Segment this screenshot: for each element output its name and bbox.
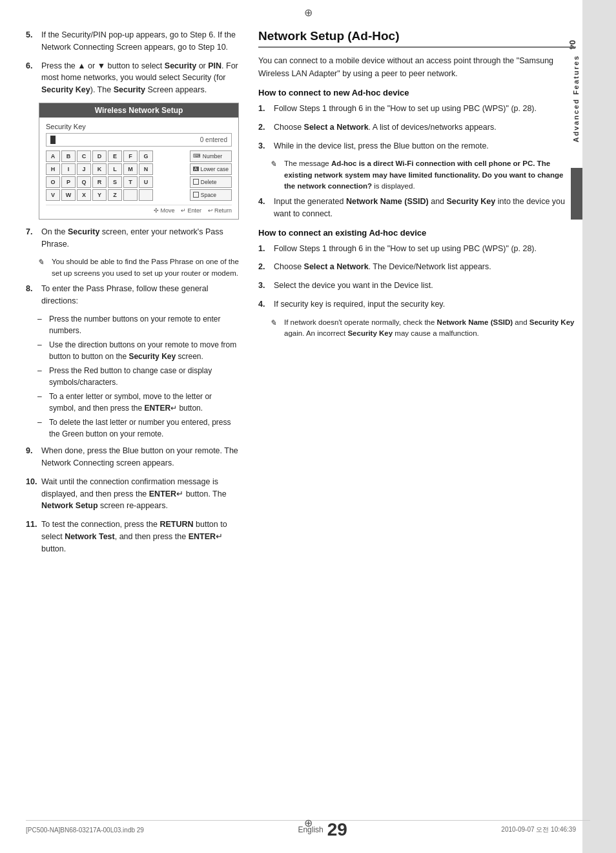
sub-item-2: – Use the direction buttons on your remo… <box>37 339 239 362</box>
key-D[interactable]: D <box>92 150 107 162</box>
step-7: 7. On the Security screen, enter your ne… <box>26 226 239 251</box>
right2-step-4: 4. If security key is required, input th… <box>258 298 576 311</box>
lowercase-button[interactable]: A Lower case <box>190 163 232 175</box>
key-R[interactable]: R <box>92 176 107 188</box>
nav-move: ✣ Move <box>154 207 174 214</box>
right2-step-2: 2. Choose Select a Network. The Device/N… <box>258 261 576 273</box>
delete-button[interactable]: Delete <box>190 176 232 188</box>
cursor-block <box>50 136 56 144</box>
right-column: Network Setup (Ad-Hoc) You can connect t… <box>258 29 576 561</box>
step-7-note: ✎ You should be able to find the Pass Ph… <box>37 256 239 279</box>
subsection-1-title: How to connect to new Ad-hoc device <box>258 88 576 98</box>
key-M[interactable]: M <box>123 163 138 175</box>
key-T[interactable]: T <box>123 176 138 188</box>
subsection-1-note-text: The message Ad-hoc is a direct Wi-Fi con… <box>284 158 576 192</box>
section-title: Network Setup (Ad-Hoc) <box>258 29 576 48</box>
key-Q[interactable]: Q <box>77 176 91 188</box>
key-Z[interactable]: Z <box>108 189 122 201</box>
key-I[interactable]: I <box>61 163 76 175</box>
sidebar-strip <box>582 0 616 853</box>
sub-dash-3: – <box>37 365 45 388</box>
key-blank-2 <box>139 189 153 201</box>
key-U[interactable]: U <box>139 176 153 188</box>
step-10-text: Wait until the connection confirmation m… <box>41 476 239 512</box>
key-H[interactable]: H <box>46 163 60 175</box>
step-7-note-text: You should be able to find the Pass Phra… <box>52 256 239 279</box>
key-B[interactable]: B <box>61 150 76 162</box>
subsection-1-note: ✎ The message Ad-hoc is a direct Wi-Fi c… <box>270 158 576 192</box>
step-10-number: 10. <box>26 476 37 512</box>
wireless-box-title: Wireless Network Setup <box>39 103 238 118</box>
right-step-1-num: 1. <box>258 103 270 115</box>
nav-enter: ↵ Enter <box>181 207 201 214</box>
key-A[interactable]: A <box>46 150 60 162</box>
delete-btn-label: Delete <box>201 179 217 185</box>
key-input-row: 0 entered <box>46 133 232 147</box>
right2-step-1: 1. Follow Steps 1 through 6 in the "How … <box>258 243 576 255</box>
sub-dash-4: – <box>37 391 45 414</box>
number-button[interactable]: ⌨ Number <box>190 150 232 162</box>
subsection-2-note-text: If network doesn't operate normally, che… <box>284 317 576 340</box>
key-X[interactable]: X <box>77 189 91 201</box>
left-column: 5. If the Security/PIN pop-up appears, g… <box>26 29 239 561</box>
key-V[interactable]: V <box>46 189 60 201</box>
subsection-2-note: ✎ If network doesn't operate normally, c… <box>270 317 576 340</box>
key-E[interactable]: E <box>108 150 122 162</box>
right2-step-2-num: 2. <box>258 261 270 273</box>
intro-text: You can connect to a mobile device witho… <box>258 54 576 80</box>
page-number-area: English 29 <box>298 819 347 840</box>
key-K[interactable]: K <box>92 163 107 175</box>
sub-dash-1: – <box>37 313 45 336</box>
sub-item-5: – To delete the last letter or number yo… <box>37 416 239 440</box>
note-icon: ✎ <box>37 256 48 279</box>
right-step-1: 1. Follow Steps 1 through 6 in the "How … <box>258 103 576 115</box>
key-Y[interactable]: Y <box>92 189 107 201</box>
wireless-network-box: Wireless Network Setup Security Key 0 en… <box>39 103 239 220</box>
main-content: 5. If the Security/PIN pop-up appears, g… <box>26 23 576 817</box>
sub-item-4-text: To a enter letter or symbol, move to the… <box>49 391 239 414</box>
key-row-2: H I J K L M N <box>46 163 185 175</box>
step-5-text: If the Security/PIN pop-up appears, go t… <box>41 29 239 54</box>
key-F[interactable]: F <box>123 150 138 162</box>
security-key-label: Security Key <box>46 123 232 130</box>
sub-item-3: – Press the Red button to change case or… <box>37 365 239 388</box>
right-step-4: 4. Input the generated Network Name (SSI… <box>258 196 576 220</box>
step-11: 11. To test the connection, press the RE… <box>26 519 239 555</box>
key-J[interactable]: J <box>77 163 91 175</box>
footer: [PC500-NA]BN68-03217A-00L03.indb 29 Engl… <box>26 819 576 840</box>
right-step-3-text: While in the device list, press the Blue… <box>274 140 576 152</box>
space-button[interactable]: Space <box>190 189 232 201</box>
key-L[interactable]: L <box>108 163 122 175</box>
step-6-text: Press the ▲ or ▼ button to select Securi… <box>41 60 239 96</box>
key-C[interactable]: C <box>77 150 91 162</box>
right-step-3-num: 3. <box>258 140 270 152</box>
step-5: 5. If the Security/PIN pop-up appears, g… <box>26 29 239 54</box>
key-blank-1 <box>123 189 138 201</box>
columns-layout: 5. If the Security/PIN pop-up appears, g… <box>26 23 576 561</box>
keyboard-area: A B C D E F G H <box>46 150 232 202</box>
step-9: 9. When done, press the Blue button on y… <box>26 445 239 469</box>
key-S[interactable]: S <box>108 176 122 188</box>
key-G[interactable]: G <box>139 150 153 162</box>
step-8-text: To enter the Pass Phrase, follow these g… <box>41 283 239 307</box>
page-number: 29 <box>327 819 347 840</box>
key-O[interactable]: O <box>46 176 60 188</box>
right2-step-2-text: Choose Select a Network. The Device/Netw… <box>274 261 576 273</box>
space-btn-label: Space <box>201 192 216 198</box>
step-9-text: When done, press the Blue button on your… <box>41 445 239 469</box>
number-btn-label: Number <box>203 153 222 159</box>
lowercase-btn-icon: A <box>193 167 199 171</box>
step-8: 8. To enter the Pass Phrase, follow thes… <box>26 283 239 307</box>
lowercase-btn-label: Lower case <box>201 166 229 172</box>
key-W[interactable]: W <box>61 189 76 201</box>
note-1-icon: ✎ <box>270 158 280 192</box>
key-P[interactable]: P <box>61 176 76 188</box>
nav-move-label: Move <box>160 207 174 214</box>
step-10: 10. Wait until the connection confirmati… <box>26 476 239 512</box>
right-step-3: 3. While in the device list, press the B… <box>258 140 576 152</box>
key-N[interactable]: N <box>139 163 153 175</box>
delete-checkbox-icon <box>193 179 199 185</box>
top-crosshair-icon: ⊕ <box>302 6 314 18</box>
right2-step-3-text: Select the device you want in the Device… <box>274 280 576 292</box>
subsection-2-title: How to connect an existing Ad-hoc device <box>258 228 576 238</box>
